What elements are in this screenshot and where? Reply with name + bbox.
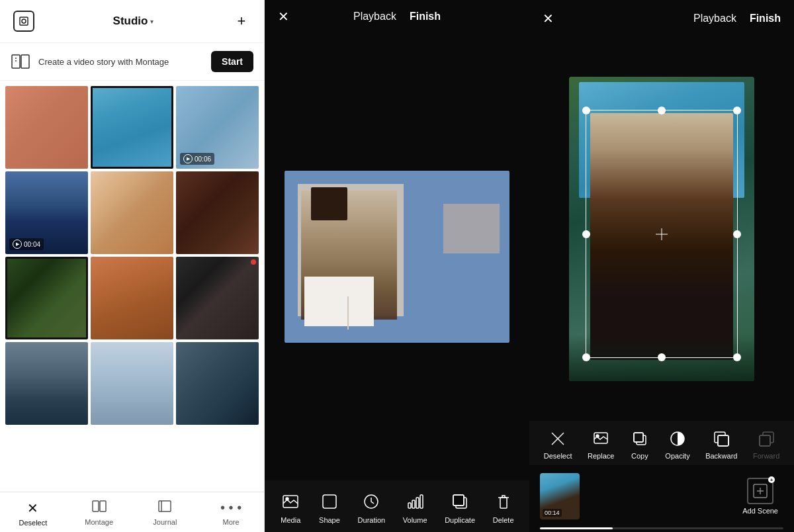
toolbar-delete[interactable]: Delete [493, 491, 514, 524]
detail-close-button[interactable]: ✕ [543, 11, 554, 26]
shape-icon [319, 491, 340, 512]
opacity-icon [668, 429, 687, 449]
media-item-3[interactable]: ▶ 00:06 [176, 86, 259, 169]
backward-label: Backward [705, 452, 737, 460]
nav-journal[interactable]: Journal [132, 498, 198, 529]
toolbar-items: Media Shape Duration [265, 491, 529, 524]
detail-frame[interactable] [569, 77, 754, 381]
media-item-11[interactable] [91, 342, 173, 425]
toolbar-shape[interactable]: Shape [319, 491, 340, 524]
playback-button[interactable]: Playback [353, 11, 396, 22]
media-label: Media [281, 516, 300, 524]
toolbar-duplicate[interactable]: Duplicate [445, 491, 475, 524]
editor-header: ✕ Playback Finish [265, 0, 529, 33]
media-item-1[interactable] [5, 86, 88, 169]
media-item-7[interactable] [5, 257, 88, 339]
nav-montage[interactable]: Montage [66, 498, 132, 529]
media-item-12[interactable] [176, 342, 259, 425]
play-icon: ▶ [183, 154, 193, 163]
svg-rect-12 [323, 495, 336, 508]
detail-header: ✕ Playback Finish [529, 0, 794, 37]
editor-close-button[interactable]: ✕ [278, 9, 289, 24]
copy-label: Copy [631, 452, 648, 460]
montage-nav-icon [92, 500, 107, 515]
detail-playback-button[interactable]: Playback [693, 13, 736, 24]
action-row: Deselect Replace Copy Opacity [529, 429, 794, 460]
action-copy[interactable]: Copy [630, 429, 650, 460]
finish-button[interactable]: Finish [410, 11, 441, 22]
toolbar-duration[interactable]: Duration [358, 491, 386, 524]
svg-rect-16 [416, 498, 419, 508]
studio-title: Studio [113, 15, 148, 28]
editor-header-actions: Playback Finish [353, 11, 441, 22]
detail-actions: Deselect Replace Copy Opacity [529, 421, 794, 465]
svg-rect-7 [100, 501, 106, 511]
svg-rect-17 [420, 495, 423, 508]
progress-fill [540, 527, 613, 529]
studio-logo [13, 11, 34, 32]
duration-label: Duration [358, 516, 386, 524]
media-item-5[interactable] [91, 171, 173, 254]
media-item-4[interactable]: ▶ 00:04 [5, 171, 88, 254]
svg-rect-2 [12, 55, 20, 68]
media-item-9[interactable] [176, 257, 259, 339]
studio-title-area[interactable]: Studio ▾ [113, 15, 154, 28]
media-item-6[interactable] [176, 171, 259, 254]
recording-indicator [251, 259, 256, 265]
chevron-down-icon: ▾ [150, 18, 154, 25]
toolbar-media[interactable]: Media [280, 491, 301, 524]
media-item-10[interactable] [5, 342, 88, 425]
delete-icon [493, 491, 514, 512]
canvas-frame[interactable] [285, 171, 509, 343]
svg-rect-31 [718, 435, 728, 446]
collage-line [347, 296, 349, 330]
play-icon: ▶ [13, 240, 22, 249]
toolbar-volume[interactable]: Volume [403, 491, 427, 524]
svg-rect-0 [20, 17, 28, 25]
action-deselect[interactable]: Deselect [544, 429, 572, 460]
nav-deselect[interactable]: ✕ Deselect [0, 498, 66, 529]
studio-header: Studio ▾ + [0, 0, 264, 43]
collage-shirt [304, 277, 374, 326]
replace-label: Replace [588, 452, 614, 460]
detail-panel: ✕ Playback Finish [529, 0, 794, 532]
journal-icon [158, 500, 171, 515]
delete-label: Delete [493, 516, 514, 524]
detail-header-right: Playback Finish [693, 13, 781, 24]
detail-timeline: 00:14 + Add Scene [529, 465, 794, 525]
svg-rect-15 [412, 500, 415, 508]
duplicate-label: Duplicate [445, 516, 475, 524]
volume-icon [404, 491, 425, 512]
svg-rect-3 [21, 55, 29, 68]
svg-rect-19 [453, 495, 464, 506]
nav-journal-label: Journal [153, 518, 177, 526]
detail-finish-button[interactable]: Finish [750, 13, 781, 24]
timeline-progress-bar[interactable] [540, 527, 783, 529]
svg-rect-6 [93, 501, 99, 511]
replace-icon [591, 429, 611, 449]
timeline-thumbnail[interactable]: 00:14 [540, 473, 580, 519]
deselect-icon [548, 429, 568, 449]
action-forward[interactable]: Forward [753, 429, 779, 460]
add-scene-button[interactable]: + Add Scene [742, 478, 783, 515]
montage-icon [11, 54, 30, 69]
nav-more[interactable]: • • • More [198, 498, 264, 529]
montage-text: Create a video story with Montage [38, 57, 203, 67]
timeline-duration: 00:14 [543, 509, 562, 517]
flowers-overlay [569, 335, 754, 381]
action-opacity[interactable]: Opacity [665, 429, 689, 460]
media-item-8[interactable] [91, 257, 173, 339]
detail-canvas [529, 37, 794, 421]
duration-icon [361, 491, 382, 512]
add-button[interactable]: + [232, 12, 251, 30]
editor-panel: ✕ Playback Finish Media [265, 0, 529, 532]
editor-canvas [265, 33, 529, 480]
action-backward[interactable]: Backward [705, 429, 737, 460]
more-icon: • • • [220, 500, 242, 515]
svg-point-11 [286, 498, 288, 500]
action-replace[interactable]: Replace [588, 429, 614, 460]
media-item-2[interactable] [91, 86, 173, 169]
start-button[interactable]: Start [211, 51, 253, 72]
svg-rect-14 [408, 503, 411, 508]
nav-montage-label: Montage [85, 518, 113, 526]
